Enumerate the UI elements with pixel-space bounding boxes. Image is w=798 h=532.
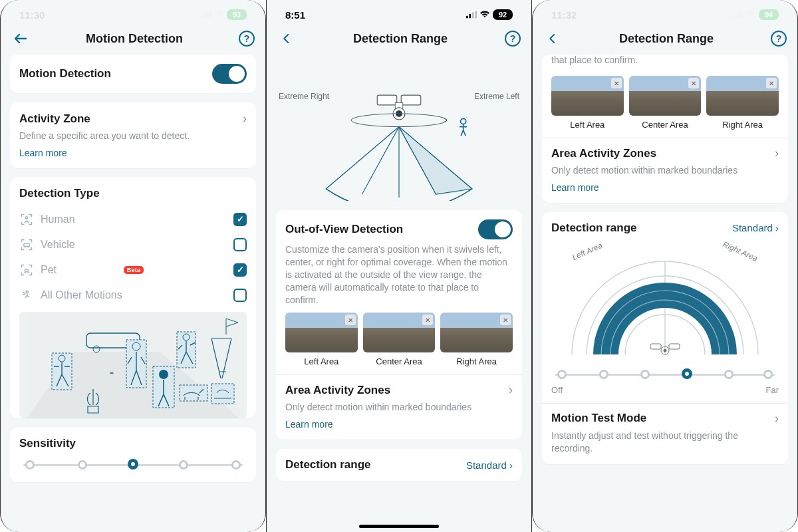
- header: Detection Range ?: [533, 29, 797, 55]
- sensitivity-card: Sensitivity: [10, 428, 256, 482]
- area-zones-desc: Only detect motion within marked boundar…: [551, 164, 779, 177]
- svg-point-8: [25, 269, 28, 272]
- chevron-right-icon: ›: [775, 412, 779, 426]
- detection-type-pet[interactable]: Pet Beta: [19, 257, 247, 283]
- thumb-right-label: Right Area: [722, 120, 763, 130]
- header: Motion Detection ?: [1, 29, 265, 55]
- wifi-icon: [745, 11, 756, 19]
- svg-rect-30: [401, 95, 420, 105]
- checkbox-pet[interactable]: [233, 263, 247, 277]
- help-button[interactable]: ?: [505, 31, 521, 47]
- checkbox-vehicle[interactable]: [233, 238, 247, 251]
- beta-badge: Beta: [124, 266, 144, 274]
- motion-icon: [19, 288, 34, 303]
- content-scroll: Motion Detection Activity Zone › Define …: [1, 55, 265, 532]
- chevron-right-icon: ›: [775, 146, 779, 160]
- status-time: 11:30: [19, 9, 45, 21]
- area-activity-zones-row[interactable]: Area Activity Zones ›: [285, 383, 513, 397]
- svg-rect-2: [206, 12, 208, 18]
- detection-type-card: Detection Type Human Vehicle Pet Beta: [10, 178, 256, 418]
- back-arrow-icon: [13, 31, 29, 47]
- area-zones-desc: Only detect motion within marked boundar…: [285, 401, 513, 414]
- range-slider-off-label: Off: [551, 385, 563, 395]
- oov-toggle[interactable]: [478, 219, 513, 239]
- signal-icon: [466, 11, 477, 19]
- thumb-left[interactable]: Left Area: [551, 76, 624, 130]
- dt-label: Pet: [41, 264, 117, 276]
- thumb-left-image: [285, 313, 358, 352]
- thumb-center[interactable]: Center Area: [363, 313, 436, 366]
- svg-rect-1: [203, 14, 205, 18]
- out-of-view-card-scrolled: that place to confirm. Left Area Center …: [542, 55, 788, 203]
- human-icon: [19, 212, 34, 227]
- svg-rect-26: [469, 14, 471, 18]
- vehicle-icon: [19, 237, 34, 252]
- activity-zone-card[interactable]: Activity Zone › Define a specific area y…: [10, 102, 256, 168]
- checkbox-human[interactable]: [233, 213, 247, 226]
- help-button[interactable]: ?: [771, 31, 787, 47]
- status-icons: 92: [466, 9, 513, 20]
- area-activity-zones-row[interactable]: Area Activity Zones ›: [551, 146, 779, 160]
- detection-type-human[interactable]: Human: [19, 207, 247, 232]
- area-zones-learn-more[interactable]: Learn more: [551, 182, 599, 193]
- home-indicator: [359, 525, 439, 528]
- status-bar: 11:32 94: [533, 0, 797, 29]
- signal-icon: [200, 11, 211, 19]
- page-title: Motion Detection: [86, 32, 183, 46]
- thumb-left-label: Left Area: [570, 120, 604, 130]
- status-bar: 11:30 93: [1, 0, 265, 29]
- svg-point-6: [25, 246, 26, 247]
- range-slider[interactable]: [555, 366, 775, 382]
- content-scroll: that place to confirm. Left Area Center …: [533, 55, 797, 532]
- detection-range-row[interactable]: Detection range Standard ›: [551, 221, 779, 235]
- thumb-left[interactable]: Left Area: [285, 313, 358, 366]
- motion-detection-toggle[interactable]: [212, 64, 247, 84]
- svg-rect-24: [211, 384, 234, 404]
- thumb-center-label: Center Area: [642, 120, 688, 130]
- svg-rect-40: [650, 344, 661, 349]
- detection-type-vehicle[interactable]: Vehicle: [19, 232, 247, 257]
- activity-zone-learn-more[interactable]: Learn more: [19, 148, 67, 158]
- svg-rect-28: [475, 11, 477, 19]
- svg-rect-41: [669, 344, 680, 349]
- back-button[interactable]: [277, 29, 296, 48]
- svg-point-43: [664, 348, 667, 352]
- activity-zone-desc: Define a specific area you want to detec…: [19, 130, 247, 142]
- detection-illustration: [19, 312, 247, 418]
- thumb-left-image: [551, 76, 624, 116]
- chevron-right-icon: ›: [509, 383, 513, 397]
- detection-type-title: Detection Type: [19, 187, 247, 200]
- svg-rect-27: [472, 12, 474, 18]
- out-of-view-card: Out-of-View Detection Customize the came…: [276, 210, 522, 440]
- dt-label: All Other Motions: [41, 289, 227, 301]
- back-button[interactable]: [11, 29, 30, 48]
- area-zones-learn-more[interactable]: Learn more: [285, 419, 333, 430]
- back-button[interactable]: [543, 29, 562, 48]
- status-icons: 93: [200, 9, 247, 20]
- detection-range-card[interactable]: Detection range Standard ›: [276, 449, 522, 481]
- chevron-left-icon: [547, 33, 559, 45]
- wifi-icon: [213, 11, 224, 19]
- chevron-right-icon: ›: [243, 112, 247, 126]
- page-title: Detection Range: [619, 32, 714, 46]
- help-button[interactable]: ?: [239, 31, 255, 47]
- svg-rect-37: [735, 14, 737, 18]
- area-thumbnails: Left Area Center Area Right Area: [285, 313, 513, 366]
- svg-rect-3: [209, 11, 211, 19]
- sensitivity-slider[interactable]: [23, 457, 243, 473]
- thumb-right-label: Right Area: [456, 356, 497, 366]
- motion-test-label: Motion Test Mode: [551, 412, 646, 425]
- thumb-right[interactable]: Right Area: [440, 313, 513, 366]
- svg-rect-38: [738, 12, 740, 18]
- checkbox-other[interactable]: [233, 289, 247, 302]
- motion-test-desc: Instantly adjust and test without trigge…: [551, 430, 779, 455]
- thumb-right[interactable]: Right Area: [706, 76, 779, 130]
- detection-type-other[interactable]: All Other Motions: [19, 283, 247, 308]
- motion-test-row[interactable]: Motion Test Mode ›: [551, 412, 779, 426]
- oov-desc: Customize the camera's position when it …: [285, 243, 513, 306]
- detection-range-label: Detection range: [551, 221, 636, 235]
- motion-detection-card: Motion Detection: [10, 55, 256, 93]
- oov-label: Out-of-View Detection: [285, 223, 403, 236]
- thumb-center-image: [629, 76, 702, 116]
- thumb-center[interactable]: Center Area: [629, 76, 702, 130]
